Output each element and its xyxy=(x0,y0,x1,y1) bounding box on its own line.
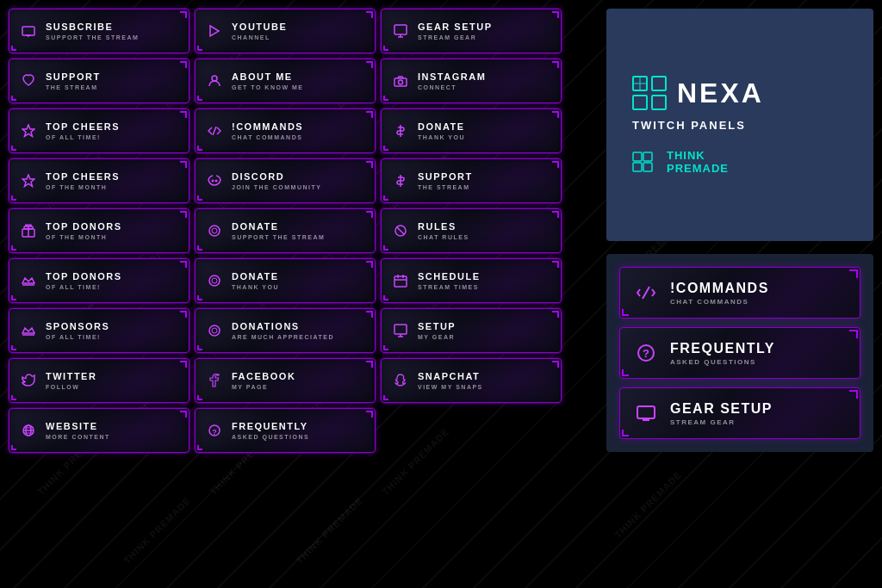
panel-title-instagram: INSTAGRAM xyxy=(418,71,486,83)
tp-icon xyxy=(632,152,660,172)
panel-donations[interactable]: DONATIONS ARE MUCH APPRECIATED xyxy=(195,308,376,353)
panel-icon-donate2 xyxy=(202,219,227,243)
brand-logo: NEXA xyxy=(632,76,764,110)
panel-support2[interactable]: SUPPORT THE STREAM xyxy=(381,158,562,203)
svg-rect-20 xyxy=(394,25,407,34)
corner-decoration xyxy=(383,245,388,251)
panel-subtitle-donate: THANK YOU xyxy=(418,134,465,140)
panel-icon-rules xyxy=(388,219,413,243)
panel-snapchat[interactable]: SNAPCHAT VIEW MY SNAPS xyxy=(381,358,562,403)
svg-marker-40 xyxy=(22,278,34,283)
panel-icon-donations xyxy=(202,319,227,343)
panel-top-donors-all[interactable]: TOP DONORS OF ALL TIME! xyxy=(9,258,189,303)
brand-panel: NEXA TWITCH PANELS THINK PREMADE xyxy=(606,9,873,241)
panel-subtitle-top-donors-all: OF ALL TIME! xyxy=(46,284,122,290)
panel-support[interactable]: SUPPORT THE STREAM xyxy=(9,59,189,103)
preview-commands-panel[interactable]: !COMMANDS CHAT COMMANDS xyxy=(619,267,860,319)
preview-frequently-title: FREQUENTLY xyxy=(670,340,775,356)
panel-setup[interactable]: SETUP MY GEAR xyxy=(381,308,562,353)
panel-commands[interactable]: !COMMANDS CHAT COMMANDS xyxy=(195,108,376,153)
svg-rect-1 xyxy=(652,77,666,90)
svg-rect-9 xyxy=(643,163,652,171)
panel-text-snapchat: SNAPCHAT VIEW MY SNAPS xyxy=(418,371,483,390)
panel-website[interactable]: WEBSITE MORE CONTENT xyxy=(9,408,189,453)
panel-title-support: SUPPORT xyxy=(46,71,101,83)
corner-decoration xyxy=(197,295,202,300)
panel-subtitle-sponsors: OF ALL TIME! xyxy=(46,334,109,340)
tp-premade: PREMADE xyxy=(667,162,729,175)
panel-text-instagram: INSTAGRAM CONNECT xyxy=(418,71,486,90)
panel-icon-donate3 xyxy=(202,269,227,293)
panel-donate2[interactable]: DONATE SUPPORT THE STREAM xyxy=(195,208,376,253)
panel-rules[interactable]: RULES CHAT RULES xyxy=(381,208,562,253)
panel-text-top-cheers-all: TOP CHEERS OF ALL TIME! xyxy=(46,121,120,140)
svg-point-23 xyxy=(212,76,217,81)
panel-title-top-donors-all: TOP DONORS xyxy=(46,271,122,282)
panel-top-donors-month[interactable]: TOP DONORS OF THE MONTH xyxy=(9,208,189,253)
corner-decoration xyxy=(383,295,388,300)
panel-text-gear-setup: GEAR SETUP STREAM GEAR xyxy=(418,22,493,40)
corner-decoration xyxy=(11,195,16,201)
panel-icon-top-donors-all xyxy=(16,269,40,293)
panel-about-me[interactable]: ABOUT ME GET TO KNOW ME xyxy=(195,59,376,103)
preview-frequently-icon: ? xyxy=(630,337,662,368)
panel-subtitle-twitter: FOLLOW xyxy=(46,384,96,390)
svg-rect-7 xyxy=(643,152,652,161)
brand-name: NEXA xyxy=(677,79,764,107)
panel-title-top-donors-month: TOP DONORS xyxy=(46,221,122,232)
panel-icon-youtube xyxy=(202,19,227,43)
panel-subtitle-donate2: SUPPORT THE STREAM xyxy=(232,234,325,240)
svg-rect-52 xyxy=(394,325,407,334)
panel-facebook[interactable]: FACEBOOK MY PAGE xyxy=(195,358,376,403)
panel-subscribe[interactable]: SUSBCRIBE SUPPORT THE STREAM xyxy=(9,9,189,53)
panel-text-support: SUPPORT THE STREAM xyxy=(46,71,101,90)
panel-youtube[interactable]: YOUTUBE CHANNEL xyxy=(195,9,376,53)
panel-text-top-cheers-month: TOP CHEERS OF THE MONTH xyxy=(46,171,120,190)
panel-icon-snapchat xyxy=(388,368,413,393)
panel-top-cheers-month[interactable]: TOP CHEERS OF THE MONTH xyxy=(9,158,189,203)
panel-subtitle-donate3: THANK YOU xyxy=(232,284,279,290)
panel-text-donations: DONATIONS ARE MUCH APPRECIATED xyxy=(232,321,334,340)
svg-rect-3 xyxy=(652,96,666,109)
panels-grid: SUSBCRIBE SUPPORT THE STREAM YOUTUBE CHA… xyxy=(9,9,560,453)
panel-text-frequently: FREQUENTLY ASKED QUESTIONS xyxy=(232,421,309,440)
panel-subtitle-top-donors-month: OF THE MONTH xyxy=(46,234,122,240)
svg-rect-6 xyxy=(633,152,642,161)
corner-decoration xyxy=(11,46,16,51)
panel-icon-support xyxy=(16,69,40,93)
preview-frequently-panel[interactable]: ? FREQUENTLY ASKED QUESTIONS xyxy=(619,327,860,379)
panel-text-donate2: DONATE SUPPORT THE STREAM xyxy=(232,221,325,240)
panel-donate[interactable]: DONATE THANK YOU xyxy=(381,108,562,153)
svg-point-42 xyxy=(209,275,220,286)
panel-title-discord: DISCORD xyxy=(232,171,321,183)
panel-twitter[interactable]: TWITTER FOLLOW xyxy=(9,358,189,403)
svg-marker-26 xyxy=(22,125,34,137)
panel-text-top-donors-all: TOP DONORS OF ALL TIME! xyxy=(46,271,122,290)
svg-point-50 xyxy=(209,325,220,336)
panel-text-discord: DISCORD JOIN THE COMMUNITY xyxy=(232,171,321,190)
corner-decoration xyxy=(197,445,202,450)
panel-gear-setup[interactable]: GEAR SETUP STREAM GEAR xyxy=(381,9,562,53)
panel-title-subscribe: SUSBCRIBE xyxy=(46,22,139,33)
corner-decoration xyxy=(11,245,16,251)
panel-top-cheers-all[interactable]: TOP CHEERS OF ALL TIME! xyxy=(9,108,189,153)
panel-schedule[interactable]: SCHEDULE STREAM TIMES xyxy=(381,258,562,303)
panel-sponsors[interactable]: SPONSORS OF ALL TIME! xyxy=(9,308,189,353)
svg-line-10 xyxy=(643,287,649,299)
panel-discord[interactable]: DISCORD JOIN THE COMMUNITY xyxy=(195,158,376,203)
panel-subtitle-website: MORE CONTENT xyxy=(46,434,110,440)
panel-donate3[interactable]: DONATE THANK YOU xyxy=(195,258,376,303)
panel-icon-discord xyxy=(202,169,227,193)
preview-gear-panel[interactable]: GEAR SETUP STREAM GEAR xyxy=(619,387,860,439)
panel-title-facebook: FACEBOOK xyxy=(232,371,295,382)
panel-title-top-cheers-month: TOP CHEERS xyxy=(46,171,120,183)
panel-title-twitter: TWITTER xyxy=(46,371,96,382)
panel-instagram[interactable]: INSTAGRAM CONNECT xyxy=(381,59,562,103)
svg-marker-48 xyxy=(22,328,34,333)
panel-title-support2: SUPPORT xyxy=(418,171,473,183)
corner-decoration xyxy=(383,195,388,201)
corner-decoration xyxy=(622,430,629,436)
panel-icon-gear-setup xyxy=(388,19,413,43)
panel-frequently[interactable]: ? FREQUENTLY ASKED QUESTIONS xyxy=(195,408,376,453)
svg-point-37 xyxy=(212,228,217,233)
